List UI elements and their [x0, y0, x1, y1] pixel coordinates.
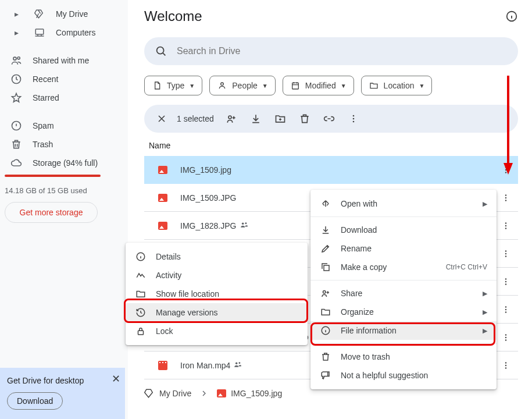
download-desktop-button[interactable]: Download	[7, 392, 63, 410]
sidebar-label: Shared with me	[33, 56, 89, 65]
submenu-arrow-icon: ▶	[483, 200, 487, 208]
desktop-promo: ✕ Get Drive for desktop Download	[0, 368, 125, 419]
filter-people[interactable]: People ▼	[209, 76, 276, 95]
svg-point-26	[505, 255, 506, 257]
svg-point-12	[352, 121, 354, 123]
file-more-button[interactable]	[501, 360, 511, 371]
menu-file-information[interactable]: File information ▶	[310, 321, 497, 340]
svg-point-19	[241, 223, 244, 225]
file-more-button[interactable]	[501, 332, 511, 343]
menu-activity[interactable]: Activity	[126, 266, 308, 285]
close-promo-button[interactable]: ✕	[112, 372, 120, 385]
file-more-button[interactable]	[501, 304, 511, 315]
menu-show-location[interactable]: Show file location	[126, 285, 308, 303]
chevron-right-icon: ▸	[9, 9, 23, 19]
calendar-icon	[290, 80, 301, 91]
info-button[interactable]	[505, 10, 518, 23]
sidebar-shared[interactable]: Shared with me	[0, 51, 123, 70]
sidebar-spam[interactable]: Spam	[0, 116, 123, 135]
get-storage-button[interactable]: Get more storage	[5, 202, 98, 223]
link-button[interactable]	[317, 107, 341, 130]
menu-not-helpful[interactable]: Not a helpful suggestion	[310, 366, 497, 385]
menu-download[interactable]: Download	[310, 221, 497, 239]
search-icon	[155, 45, 167, 58]
menu-lock[interactable]: Lock	[126, 322, 308, 340]
download-button[interactable]	[244, 107, 267, 130]
storage-bar	[5, 175, 101, 177]
sidebar-label: Spam	[33, 121, 54, 130]
menu-details[interactable]: Details	[126, 247, 308, 266]
download-icon	[320, 225, 331, 235]
filter-location[interactable]: Location ▼	[361, 76, 433, 95]
sidebar-my-drive[interactable]: ▸ My Drive	[0, 5, 123, 23]
menu-move-to-trash[interactable]: Move to trash	[310, 347, 497, 366]
more-actions-button[interactable]	[342, 107, 365, 130]
svg-rect-0	[35, 29, 44, 34]
menu-open-with[interactable]: Open with ▶	[310, 194, 497, 213]
menu-organize[interactable]: Organize ▶	[310, 303, 497, 321]
filter-chips: Type ▼ People ▼ Modified ▼ Location ▼	[144, 76, 518, 95]
computers-icon	[33, 27, 47, 38]
share-button[interactable]	[220, 107, 243, 130]
svg-point-38	[505, 362, 506, 363]
column-header-name[interactable]: Name	[144, 141, 518, 150]
svg-point-31	[505, 308, 506, 310]
svg-point-28	[505, 280, 506, 282]
svg-point-23	[505, 228, 506, 229]
storage-usage-text: 14.18 GB of 15 GB used	[0, 186, 128, 195]
breadcrumb-root[interactable]: My Drive	[144, 388, 191, 399]
lock-icon	[135, 326, 147, 336]
thumbs-down-icon	[320, 370, 331, 381]
file-more-button[interactable]	[501, 221, 511, 231]
file-row[interactable]: IMG_1509.jpg	[144, 156, 518, 184]
svg-point-2	[17, 57, 20, 59]
menu-make-copy[interactable]: Make a copy Ctrl+C Ctrl+V	[310, 258, 497, 276]
move-button[interactable]	[269, 107, 292, 130]
breadcrumb-separator	[199, 389, 209, 398]
file-more-button[interactable]	[501, 193, 511, 203]
svg-point-36	[235, 363, 238, 365]
chevron-right-icon: ▸	[9, 28, 23, 37]
search-bar[interactable]	[144, 37, 518, 65]
svg-point-10	[352, 115, 354, 117]
menu-rename[interactable]: Rename	[310, 239, 497, 258]
file-more-button[interactable]	[501, 165, 511, 175]
trash-icon	[9, 139, 23, 150]
person-icon	[217, 80, 227, 91]
search-input[interactable]	[177, 46, 508, 56]
svg-point-32	[505, 311, 506, 313]
spam-icon	[9, 120, 23, 132]
filter-modified[interactable]: Modified ▼	[283, 76, 354, 95]
sidebar-starred[interactable]: Starred	[0, 88, 123, 107]
svg-point-39	[505, 364, 506, 365]
file-more-button[interactable]	[501, 248, 511, 259]
svg-point-6	[157, 47, 164, 54]
svg-point-1	[13, 57, 16, 60]
menu-manage-versions[interactable]: Manage versions	[126, 303, 308, 322]
close-selection-button[interactable]	[150, 107, 173, 130]
menu-share[interactable]: Share ▶	[310, 284, 497, 303]
filter-type[interactable]: Type ▼	[144, 76, 202, 95]
shared-indicator-icon	[234, 360, 242, 368]
submenu-arrow-icon: ▶	[483, 290, 487, 297]
chip-label: Type	[167, 81, 184, 90]
rename-icon	[320, 243, 331, 254]
sidebar-storage[interactable]: Storage (94% full)	[0, 154, 123, 172]
svg-point-20	[245, 222, 247, 224]
promo-title: Get Drive for desktop	[7, 376, 118, 385]
svg-point-42	[323, 291, 326, 294]
sidebar-label: Recent	[33, 74, 58, 84]
selection-bar: 1 selected	[144, 105, 518, 133]
shared-indicator-icon	[240, 221, 248, 229]
breadcrumb-current[interactable]: IMG_1509.jpg	[217, 389, 282, 398]
sidebar: ▸ My Drive ▸ Computers Shared with me Re…	[0, 0, 128, 419]
sidebar-computers[interactable]: ▸ Computers	[0, 23, 123, 42]
sidebar-recent[interactable]: Recent	[0, 70, 123, 88]
delete-button[interactable]	[293, 107, 316, 130]
sidebar-trash[interactable]: Trash	[0, 135, 123, 154]
chip-label: Modified	[305, 81, 336, 90]
caret-down-icon: ▼	[262, 83, 268, 89]
file-more-button[interactable]	[501, 276, 511, 287]
image-file-icon	[156, 194, 170, 202]
svg-point-16	[505, 194, 506, 196]
